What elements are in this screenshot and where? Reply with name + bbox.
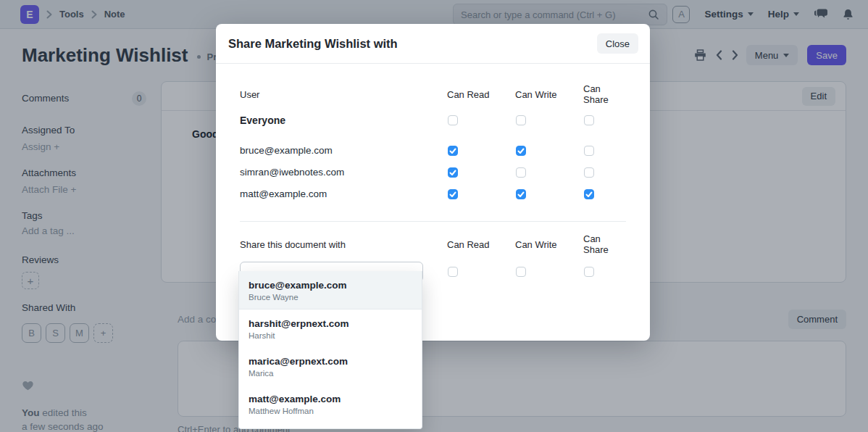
dropdown-item[interactable]: marica@erpnext.com Marica xyxy=(239,349,422,385)
close-button[interactable]: Close xyxy=(597,33,638,54)
can-read-checkbox[interactable] xyxy=(448,189,458,199)
can-share-checkbox[interactable] xyxy=(584,267,594,277)
share-user: matt@example.com xyxy=(240,188,447,199)
can-read-checkbox[interactable] xyxy=(448,146,458,156)
can-read-checkbox[interactable] xyxy=(448,115,458,125)
can-share-checkbox[interactable] xyxy=(584,115,594,125)
user-suggestions-dropdown: bruce@example.com Bruce Wayne harshit@er… xyxy=(238,271,422,429)
col-can-share: Can Share xyxy=(583,83,626,105)
can-write-checkbox[interactable] xyxy=(516,167,526,178)
dropdown-item-email: matt@example.com xyxy=(249,392,412,406)
dropdown-item-name: Matthew Hoffman xyxy=(249,406,412,417)
col-can-write: Can Write xyxy=(515,89,583,100)
col-can-write: Can Write xyxy=(515,239,583,250)
col-user: User xyxy=(240,89,447,100)
section-divider xyxy=(240,221,626,222)
share-modal-header: Share Marketing Wishlist with Close xyxy=(216,24,650,64)
dropdown-item-email: bruce@example.com xyxy=(249,278,412,292)
share-user: Everyone xyxy=(240,115,447,126)
share-row-everyone: Everyone xyxy=(240,115,626,126)
can-share-checkbox[interactable] xyxy=(584,167,594,178)
dropdown-item-name: Bruce Wayne xyxy=(249,292,412,303)
dropdown-item-email: harshit@erpnext.com xyxy=(249,317,412,331)
dropdown-item-name: Harshit xyxy=(249,331,412,341)
share-user: simran@iwebnotes.com xyxy=(240,167,447,178)
col-can-read: Can Read xyxy=(447,239,515,250)
col-can-read: Can Read xyxy=(447,89,515,100)
can-write-checkbox[interactable] xyxy=(516,146,526,156)
can-write-checkbox[interactable] xyxy=(516,189,526,199)
share-row: simran@iwebnotes.com xyxy=(240,167,626,178)
share-with-label: Share this document with xyxy=(240,239,447,250)
can-read-checkbox[interactable] xyxy=(448,267,458,277)
dropdown-item-email: marica@erpnext.com xyxy=(249,354,412,368)
dropdown-item[interactable]: harshit@erpnext.com Harshit xyxy=(239,311,422,347)
dropdown-item[interactable]: matt@example.com Matthew Hoffman xyxy=(239,386,422,423)
share-row: bruce@example.com xyxy=(240,145,626,156)
can-share-checkbox[interactable] xyxy=(584,146,594,156)
can-write-checkbox[interactable] xyxy=(516,267,526,277)
can-read-checkbox[interactable] xyxy=(448,167,458,178)
share-user: bruce@example.com xyxy=(240,145,447,156)
share-with-header: Share this document with Can Read Can Wr… xyxy=(240,233,626,255)
dropdown-item[interactable]: bruce@example.com Bruce Wayne xyxy=(239,271,422,310)
can-share-checkbox[interactable] xyxy=(584,189,594,199)
dropdown-item-name: Marica xyxy=(249,368,412,379)
col-can-share: Can Share xyxy=(583,233,626,255)
share-table-header: User Can Read Can Write Can Share xyxy=(240,83,626,105)
share-modal-title: Share Marketing Wishlist with xyxy=(228,37,398,51)
can-write-checkbox[interactable] xyxy=(516,115,526,125)
share-row: matt@example.com xyxy=(240,188,626,199)
